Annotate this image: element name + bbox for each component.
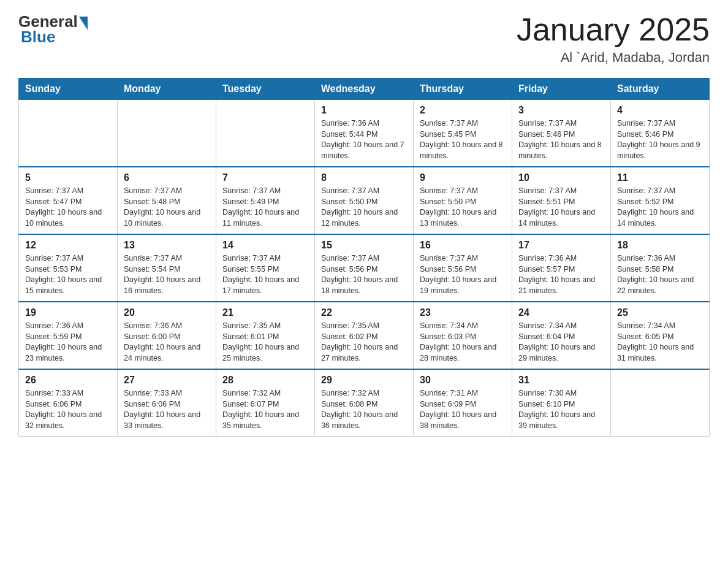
day-info: Sunrise: 7:37 AM Sunset: 5:56 PM Dayligh…	[420, 253, 506, 296]
day-number: 21	[222, 307, 308, 318]
day-info: Sunrise: 7:37 AM Sunset: 5:49 PM Dayligh…	[222, 186, 308, 229]
calendar-cell: 6Sunrise: 7:37 AM Sunset: 5:48 PM Daylig…	[118, 167, 216, 234]
calendar-cell: 28Sunrise: 7:32 AM Sunset: 6:07 PM Dayli…	[216, 369, 315, 437]
calendar-cell: 31Sunrise: 7:30 AM Sunset: 6:10 PM Dayli…	[512, 369, 611, 437]
day-info: Sunrise: 7:31 AM Sunset: 6:09 PM Dayligh…	[420, 388, 506, 431]
calendar-week-row-2: 5Sunrise: 7:37 AM Sunset: 5:47 PM Daylig…	[19, 167, 710, 234]
day-number: 31	[518, 375, 604, 386]
location-subtitle: Al `Arid, Madaba, Jordan	[517, 50, 710, 66]
day-info: Sunrise: 7:30 AM Sunset: 6:10 PM Dayligh…	[518, 388, 604, 431]
day-number: 4	[617, 105, 703, 116]
day-number: 24	[518, 307, 604, 318]
weekday-header-friday: Friday	[512, 79, 611, 100]
page-header: General Blue January 2025 Al `Arid, Mada…	[18, 12, 710, 66]
day-number: 13	[124, 240, 210, 251]
day-number: 20	[124, 307, 210, 318]
day-number: 11	[617, 172, 703, 183]
weekday-header-row: SundayMondayTuesdayWednesdayThursdayFrid…	[19, 79, 710, 100]
weekday-header-saturday: Saturday	[611, 79, 710, 100]
day-number: 15	[321, 240, 407, 251]
weekday-header-thursday: Thursday	[414, 79, 512, 100]
day-info: Sunrise: 7:35 AM Sunset: 6:02 PM Dayligh…	[321, 321, 407, 364]
day-number: 28	[222, 375, 308, 386]
day-info: Sunrise: 7:37 AM Sunset: 5:54 PM Dayligh…	[124, 253, 210, 296]
logo-triangle-icon	[79, 17, 88, 30]
day-info: Sunrise: 7:37 AM Sunset: 5:51 PM Dayligh…	[518, 186, 604, 229]
title-block: January 2025 Al `Arid, Madaba, Jordan	[517, 12, 710, 66]
day-info: Sunrise: 7:37 AM Sunset: 5:53 PM Dayligh…	[25, 253, 111, 296]
day-info: Sunrise: 7:32 AM Sunset: 6:07 PM Dayligh…	[222, 388, 308, 431]
calendar-table: SundayMondayTuesdayWednesdayThursdayFrid…	[18, 78, 710, 437]
month-year-title: January 2025	[517, 12, 710, 47]
day-info: Sunrise: 7:34 AM Sunset: 6:03 PM Dayligh…	[420, 321, 506, 364]
calendar-cell: 3Sunrise: 7:37 AM Sunset: 5:46 PM Daylig…	[512, 100, 611, 167]
day-number: 8	[321, 172, 407, 183]
day-info: Sunrise: 7:37 AM Sunset: 5:46 PM Dayligh…	[617, 118, 703, 161]
day-number: 23	[420, 307, 506, 318]
logo: General Blue	[18, 12, 88, 47]
calendar-cell: 23Sunrise: 7:34 AM Sunset: 6:03 PM Dayli…	[414, 302, 512, 369]
day-info: Sunrise: 7:37 AM Sunset: 5:52 PM Dayligh…	[617, 186, 703, 229]
calendar-cell: 14Sunrise: 7:37 AM Sunset: 5:55 PM Dayli…	[216, 234, 315, 302]
day-number: 14	[222, 240, 308, 251]
calendar-cell: 4Sunrise: 7:37 AM Sunset: 5:46 PM Daylig…	[611, 100, 710, 167]
day-info: Sunrise: 7:37 AM Sunset: 5:56 PM Dayligh…	[321, 253, 407, 296]
calendar-cell: 7Sunrise: 7:37 AM Sunset: 5:49 PM Daylig…	[216, 167, 315, 234]
day-info: Sunrise: 7:37 AM Sunset: 5:46 PM Dayligh…	[518, 118, 604, 161]
day-number: 27	[124, 375, 210, 386]
calendar-cell: 17Sunrise: 7:36 AM Sunset: 5:57 PM Dayli…	[512, 234, 611, 302]
day-number: 18	[617, 240, 703, 251]
day-number: 6	[124, 172, 210, 183]
calendar-cell: 9Sunrise: 7:37 AM Sunset: 5:50 PM Daylig…	[414, 167, 512, 234]
day-info: Sunrise: 7:36 AM Sunset: 5:59 PM Dayligh…	[25, 321, 111, 364]
day-info: Sunrise: 7:37 AM Sunset: 5:50 PM Dayligh…	[420, 186, 506, 229]
weekday-header-monday: Monday	[118, 79, 216, 100]
calendar-week-row-5: 26Sunrise: 7:33 AM Sunset: 6:06 PM Dayli…	[19, 369, 710, 437]
calendar-cell: 8Sunrise: 7:37 AM Sunset: 5:50 PM Daylig…	[315, 167, 414, 234]
calendar-cell: 5Sunrise: 7:37 AM Sunset: 5:47 PM Daylig…	[19, 167, 118, 234]
day-info: Sunrise: 7:33 AM Sunset: 6:06 PM Dayligh…	[25, 388, 111, 431]
calendar-week-row-1: 1Sunrise: 7:36 AM Sunset: 5:44 PM Daylig…	[19, 100, 710, 167]
day-info: Sunrise: 7:36 AM Sunset: 5:44 PM Dayligh…	[321, 118, 407, 161]
weekday-header-wednesday: Wednesday	[315, 79, 414, 100]
day-info: Sunrise: 7:37 AM Sunset: 5:55 PM Dayligh…	[222, 253, 308, 296]
calendar-cell: 16Sunrise: 7:37 AM Sunset: 5:56 PM Dayli…	[414, 234, 512, 302]
day-info: Sunrise: 7:37 AM Sunset: 5:48 PM Dayligh…	[124, 186, 210, 229]
weekday-header-sunday: Sunday	[19, 79, 118, 100]
day-info: Sunrise: 7:34 AM Sunset: 6:04 PM Dayligh…	[518, 321, 604, 364]
day-number: 16	[420, 240, 506, 251]
day-number: 3	[518, 105, 604, 116]
day-info: Sunrise: 7:33 AM Sunset: 6:06 PM Dayligh…	[124, 388, 210, 431]
day-info: Sunrise: 7:37 AM Sunset: 5:50 PM Dayligh…	[321, 186, 407, 229]
day-number: 29	[321, 375, 407, 386]
day-number: 2	[420, 105, 506, 116]
calendar-cell: 22Sunrise: 7:35 AM Sunset: 6:02 PM Dayli…	[315, 302, 414, 369]
calendar-cell: 12Sunrise: 7:37 AM Sunset: 5:53 PM Dayli…	[19, 234, 118, 302]
calendar-cell: 19Sunrise: 7:36 AM Sunset: 5:59 PM Dayli…	[19, 302, 118, 369]
calendar-cell	[19, 100, 118, 167]
day-info: Sunrise: 7:37 AM Sunset: 5:47 PM Dayligh…	[25, 186, 111, 229]
weekday-header-tuesday: Tuesday	[216, 79, 315, 100]
calendar-cell: 30Sunrise: 7:31 AM Sunset: 6:09 PM Dayli…	[414, 369, 512, 437]
calendar-cell: 25Sunrise: 7:34 AM Sunset: 6:05 PM Dayli…	[611, 302, 710, 369]
day-info: Sunrise: 7:36 AM Sunset: 5:58 PM Dayligh…	[617, 253, 703, 296]
day-info: Sunrise: 7:36 AM Sunset: 6:00 PM Dayligh…	[124, 321, 210, 364]
calendar-cell: 27Sunrise: 7:33 AM Sunset: 6:06 PM Dayli…	[118, 369, 216, 437]
calendar-cell	[611, 369, 710, 437]
day-number: 9	[420, 172, 506, 183]
calendar-week-row-4: 19Sunrise: 7:36 AM Sunset: 5:59 PM Dayli…	[19, 302, 710, 369]
calendar-cell: 1Sunrise: 7:36 AM Sunset: 5:44 PM Daylig…	[315, 100, 414, 167]
calendar-cell	[216, 100, 315, 167]
day-number: 22	[321, 307, 407, 318]
day-number: 12	[25, 240, 111, 251]
calendar-cell: 11Sunrise: 7:37 AM Sunset: 5:52 PM Dayli…	[611, 167, 710, 234]
calendar-cell: 24Sunrise: 7:34 AM Sunset: 6:04 PM Dayli…	[512, 302, 611, 369]
day-number: 10	[518, 172, 604, 183]
logo-blue-text: Blue	[21, 28, 55, 47]
calendar-cell: 18Sunrise: 7:36 AM Sunset: 5:58 PM Dayli…	[611, 234, 710, 302]
day-number: 7	[222, 172, 308, 183]
day-number: 17	[518, 240, 604, 251]
day-number: 19	[25, 307, 111, 318]
day-number: 30	[420, 375, 506, 386]
calendar-cell	[118, 100, 216, 167]
